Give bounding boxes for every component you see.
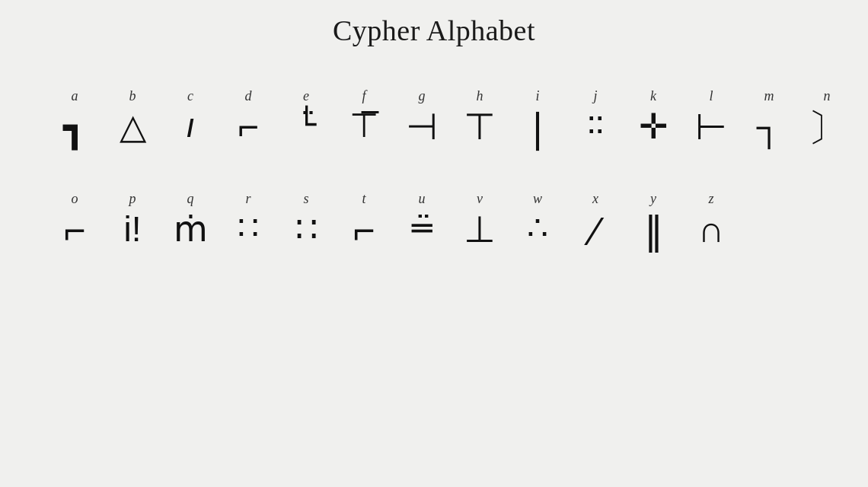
letter-cell-k: k ✛ — [624, 89, 682, 146]
latin-e: e — [303, 89, 309, 103]
symbol-z: ∩ — [698, 210, 725, 250]
letter-cell-b: b △ — [104, 89, 161, 146]
latin-h: h — [477, 89, 483, 103]
letter-cell-m: m ┐ — [740, 89, 798, 146]
symbol-e: └̈ — [297, 107, 316, 142]
symbol-i: ∣ — [528, 107, 547, 151]
latin-d: d — [245, 89, 252, 103]
letter-cell-c: c ı — [161, 89, 219, 144]
symbol-j: ∶∶ — [587, 107, 604, 144]
latin-g: g — [419, 89, 426, 103]
symbol-h: ⊤ — [464, 107, 496, 148]
symbol-b: △ — [120, 107, 146, 146]
latin-u: u — [419, 192, 426, 205]
symbol-l: ⊢ — [695, 107, 727, 148]
letter-cell-r: r ∷ — [219, 192, 277, 247]
symbol-p: i! — [124, 210, 142, 249]
letter-cell-o: o ⌐ — [46, 192, 104, 252]
letter-cell-d: d ⌐ — [219, 89, 277, 148]
latin-r: r — [245, 192, 251, 205]
letter-row-2: o ⌐ p i! q ṁ r ∷ s ∷ t ⌐ u ═̈ — [46, 192, 740, 253]
symbol-y: ‖ — [644, 210, 663, 252]
symbol-d: ⌐ — [238, 107, 259, 148]
latin-x: x — [592, 192, 598, 205]
letter-cell-n: n 〕 — [798, 89, 856, 149]
latin-o: o — [72, 192, 78, 205]
latin-q: q — [187, 192, 194, 205]
symbol-v: ⊥ — [464, 210, 496, 250]
latin-a: a — [72, 89, 78, 103]
letter-cell-l: l ⊢ — [682, 89, 740, 148]
latin-b: b — [129, 89, 136, 103]
symbol-s: ∷ — [295, 210, 318, 249]
symbol-a: ┓ — [63, 107, 86, 149]
latin-i: i — [535, 89, 539, 103]
letter-cell-f: f ⊤̅ — [335, 89, 393, 144]
letter-cell-h: h ⊤ — [451, 89, 509, 148]
latin-l: l — [709, 89, 713, 103]
letter-cell-w: w ∴ — [509, 192, 566, 247]
alphabet-row-1: a ┓ b △ c ı d ⌐ e └̈ f ⊤̅ g ⊣ — [46, 89, 822, 154]
letter-cell-e: e └̈ — [277, 89, 335, 142]
latin-v: v — [477, 192, 483, 205]
letter-cell-q: q ṁ — [161, 192, 219, 249]
letter-cell-i: i ∣ — [509, 89, 566, 151]
letter-cell-j: j ∶∶ — [566, 89, 624, 144]
letter-cell-v: v ⊥ — [451, 192, 509, 250]
letter-cell-y: y ‖ — [624, 192, 682, 252]
latin-s: s — [303, 192, 308, 205]
symbol-f: ⊤̅ — [349, 107, 378, 144]
latin-f: f — [362, 89, 365, 103]
symbol-o: ⌐ — [63, 210, 85, 252]
letter-cell-t: t ⌐ — [335, 192, 393, 252]
letter-cell-s: s ∷ — [277, 192, 335, 249]
symbol-r: ∷ — [238, 210, 259, 247]
latin-j: j — [593, 89, 597, 103]
latin-t: t — [362, 192, 365, 205]
letter-row-1: a ┓ b △ c ı d ⌐ e └̈ f ⊤̅ g ⊣ — [46, 89, 856, 151]
symbol-x: ∕ — [592, 210, 599, 253]
letter-cell-u: u ═̈ — [393, 192, 451, 247]
latin-z: z — [708, 192, 713, 205]
symbol-u: ═̈ — [412, 210, 432, 247]
letter-cell-z: z ∩ — [682, 192, 740, 250]
symbol-w: ∴ — [527, 210, 548, 247]
symbol-n: 〕 — [808, 107, 846, 149]
letter-cell-g: g ⊣ — [393, 89, 451, 148]
latin-p: p — [129, 192, 136, 205]
symbol-c: ı — [186, 107, 195, 144]
latin-w: w — [533, 192, 542, 205]
symbol-m: ┐ — [757, 107, 782, 146]
alphabet-row-2: o ⌐ p i! q ṁ r ∷ s ∷ t ⌐ u ═̈ — [46, 192, 822, 256]
letter-cell-a: a ┓ — [46, 89, 104, 149]
page-title: Cypher Alphabet — [333, 14, 535, 47]
letter-cell-p: p i! — [104, 192, 161, 249]
latin-c: c — [187, 89, 193, 103]
latin-m: m — [764, 89, 774, 103]
symbol-k: ✛ — [639, 107, 669, 146]
symbol-g: ⊣ — [406, 107, 438, 148]
symbol-t: ⌐ — [353, 210, 375, 252]
latin-k: k — [650, 89, 656, 103]
symbol-q: ṁ — [174, 210, 208, 249]
latin-n: n — [824, 89, 831, 103]
letter-cell-x: x ∕ — [566, 192, 624, 253]
latin-y: y — [650, 192, 656, 205]
